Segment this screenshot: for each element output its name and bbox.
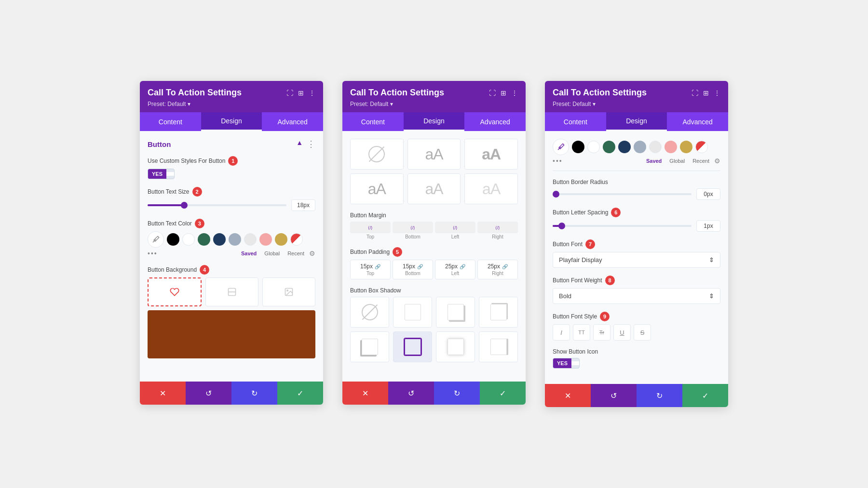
font-lighter[interactable]: aA <box>464 173 518 204</box>
letter-spacing-slider[interactable] <box>553 225 692 227</box>
strikethrough-btn[interactable]: S <box>634 324 651 341</box>
margin-top-input[interactable]: ⟨/⟩ <box>350 222 391 233</box>
bg-gradient-option[interactable] <box>205 277 258 306</box>
color-gray-3[interactable] <box>634 141 646 153</box>
color-navy-1[interactable] <box>213 233 226 246</box>
redo-btn-2[interactable]: ↻ <box>434 382 480 405</box>
color-lightgray-3[interactable] <box>649 141 662 153</box>
undo-btn-1[interactable]: ↺ <box>186 382 231 405</box>
undo-btn-3[interactable]: ↺ <box>591 384 637 407</box>
color-white-3[interactable] <box>587 141 600 153</box>
bg-image-option[interactable] <box>262 277 315 306</box>
tab-advanced-2[interactable]: Advanced <box>464 112 526 131</box>
color-lightgray-1[interactable] <box>244 233 257 246</box>
confirm-btn-1[interactable]: ✓ <box>277 382 323 405</box>
button-font-weight-select[interactable]: Bold ⇕ <box>553 288 720 304</box>
color-green-3[interactable] <box>603 141 615 153</box>
more-options-icon[interactable]: ⋮ <box>307 139 315 149</box>
show-icon-toggle-yes[interactable]: YES <box>553 358 571 368</box>
cancel-btn-1[interactable]: ✕ <box>140 382 186 405</box>
color-pink-3[interactable] <box>665 141 677 153</box>
more-dots-3[interactable]: ••• <box>553 157 563 165</box>
text-size-slider-track[interactable] <box>148 204 286 206</box>
shadow-box-all[interactable] <box>393 331 432 362</box>
shadow-box-soft[interactable] <box>436 331 475 362</box>
tab-design-3[interactable]: Design <box>606 112 667 131</box>
padding-bottom-value[interactable]: 15px <box>403 263 415 270</box>
shadow-box-right[interactable] <box>479 331 518 362</box>
panel-1-preset[interactable]: Preset: Default ▾ <box>148 101 315 107</box>
cancel-btn-2[interactable]: ✕ <box>342 382 388 405</box>
layout-icon-3[interactable]: ⊞ <box>703 89 709 97</box>
font-no-style[interactable] <box>350 139 404 170</box>
toggle-no[interactable] <box>166 172 174 176</box>
color-gold-1[interactable] <box>275 233 287 246</box>
menu-icon[interactable]: ⋮ <box>309 89 315 97</box>
color-gear-icon-3[interactable]: ⚙ <box>714 157 720 165</box>
color-navy-3[interactable] <box>618 141 631 153</box>
color-tab-recent-1[interactable]: Recent <box>285 250 307 257</box>
border-radius-slider[interactable] <box>553 193 692 195</box>
margin-bottom-input[interactable]: ⟨/⟩ <box>393 222 433 233</box>
shadow-box-bottomleft[interactable] <box>350 331 389 362</box>
color-custom-3[interactable] <box>695 141 708 153</box>
more-dots-1[interactable]: ••• <box>148 250 158 257</box>
show-icon-toggle-no[interactable] <box>571 361 579 365</box>
menu-icon-2[interactable]: ⋮ <box>511 89 518 97</box>
panel-3-preset[interactable]: Preset: Default ▾ <box>553 101 720 107</box>
font-light2[interactable]: aA <box>407 173 461 204</box>
color-black-3[interactable] <box>572 141 584 153</box>
border-radius-value[interactable]: 0px <box>696 188 720 200</box>
shadow-box-topright[interactable] <box>479 297 518 328</box>
tab-design-1[interactable]: Design <box>201 112 262 131</box>
use-custom-styles-toggle[interactable]: YES <box>148 169 175 179</box>
fullscreen-icon-3[interactable]: ⛶ <box>692 89 698 97</box>
padding-top-value[interactable]: 15px <box>360 263 373 270</box>
collapse-icon[interactable]: ▲ <box>296 139 303 149</box>
eyedropper-btn-1[interactable] <box>148 231 164 248</box>
tab-content-3[interactable]: Content <box>545 112 606 131</box>
tr-btn[interactable]: Tr <box>593 324 610 341</box>
menu-icon-3[interactable]: ⋮ <box>714 89 720 97</box>
padding-left-link[interactable]: 🔗 <box>460 264 465 269</box>
tab-content-2[interactable]: Content <box>342 112 404 131</box>
fullscreen-icon-2[interactable]: ⛶ <box>489 89 496 97</box>
shadow-none[interactable] <box>350 297 389 328</box>
confirm-btn-3[interactable]: ✓ <box>682 384 728 407</box>
color-gear-icon-1[interactable]: ⚙ <box>309 250 315 257</box>
tab-design-2[interactable]: Design <box>404 112 465 131</box>
color-pink-1[interactable] <box>259 233 272 246</box>
padding-right-value[interactable]: 25px <box>488 263 500 270</box>
font-bold[interactable]: aA <box>464 139 518 170</box>
fullscreen-icon[interactable]: ⛶ <box>286 89 293 97</box>
color-tab-saved-1[interactable]: Saved <box>238 250 259 257</box>
border-radius-thumb[interactable] <box>553 191 559 198</box>
color-tab-saved-3[interactable]: Saved <box>643 157 665 165</box>
button-font-select[interactable]: Playfair Display ⇕ <box>553 252 720 268</box>
padding-right-link[interactable]: 🔗 <box>502 264 508 269</box>
margin-right-input[interactable]: ⟨/⟩ <box>477 222 518 233</box>
toggle-yes[interactable]: YES <box>148 169 166 179</box>
cancel-btn-3[interactable]: ✕ <box>545 384 591 407</box>
padding-top-link[interactable]: 🔗 <box>375 264 380 269</box>
tab-advanced-1[interactable]: Advanced <box>262 112 323 131</box>
redo-btn-1[interactable]: ↻ <box>231 382 277 405</box>
layout-icon-2[interactable]: ⊞ <box>501 89 506 97</box>
show-button-icon-toggle[interactable]: YES <box>553 358 580 369</box>
padding-left-value[interactable]: 25px <box>445 263 458 270</box>
color-gold-3[interactable] <box>680 141 692 153</box>
color-black-1[interactable] <box>167 233 179 246</box>
color-tab-global-1[interactable]: Global <box>261 250 283 257</box>
text-size-slider-thumb[interactable] <box>181 202 188 209</box>
panel-2-preset[interactable]: Preset: Default ▾ <box>350 101 518 107</box>
underline-btn[interactable]: U <box>613 324 631 341</box>
text-size-value[interactable]: 18px <box>291 199 315 211</box>
tt-btn[interactable]: TT <box>573 324 590 341</box>
shadow-box-plain[interactable] <box>393 297 432 328</box>
color-custom-1[interactable] <box>290 233 303 246</box>
color-white-1[interactable] <box>182 233 195 246</box>
italic-btn[interactable]: I <box>553 324 570 341</box>
margin-left-input[interactable]: ⟨/⟩ <box>435 222 475 233</box>
undo-btn-2[interactable]: ↺ <box>388 382 434 405</box>
redo-btn-3[interactable]: ↻ <box>637 384 682 407</box>
